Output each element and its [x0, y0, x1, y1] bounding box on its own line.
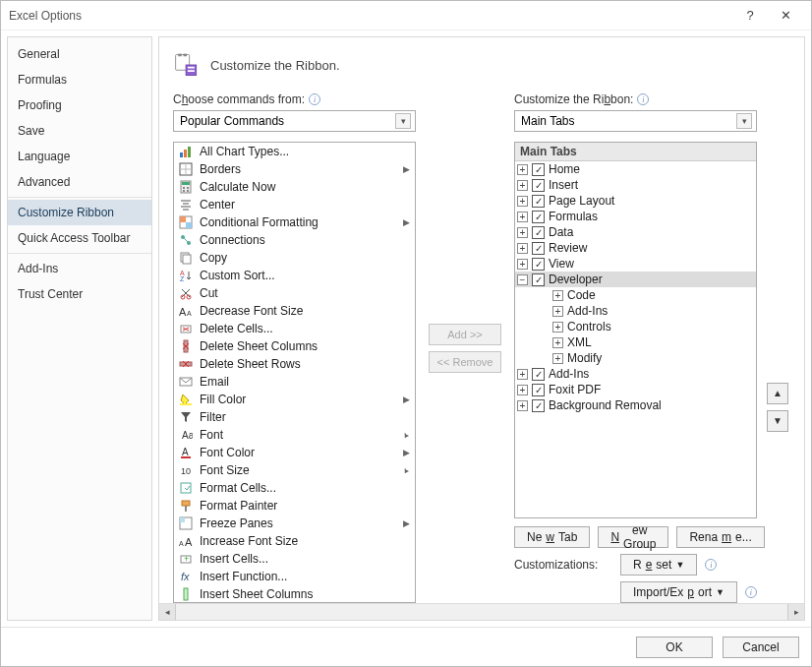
command-item[interactable]: AAIncrease Font Size	[174, 532, 415, 550]
checkbox[interactable]: ✓	[532, 368, 545, 381]
info-icon[interactable]: i	[637, 93, 649, 105]
tree-item[interactable]: +Code	[515, 287, 756, 303]
nav-quick-access-toolbar[interactable]: Quick Access Toolbar	[8, 225, 151, 251]
tree-item[interactable]: +✓Review	[515, 240, 756, 256]
collapse-icon[interactable]: −	[517, 274, 528, 285]
command-item[interactable]: fxInsert Function...	[174, 568, 415, 585]
add-button[interactable]: Add >>	[429, 324, 501, 345]
command-item[interactable]: AFont Color▶	[174, 444, 415, 461]
choose-commands-dropdown[interactable]: Popular Commands ▾	[173, 110, 416, 132]
nav-save[interactable]: Save	[8, 118, 151, 144]
scroll-right-icon[interactable]: ▸	[787, 604, 804, 621]
ribbon-tabs-tree[interactable]: Main Tabs +✓Home+✓Insert+✓Page Layout+✓F…	[514, 142, 757, 518]
move-up-button[interactable]: ▲	[767, 383, 788, 404]
tree-item[interactable]: +✓Add-Ins	[515, 366, 756, 382]
command-item[interactable]: Copy	[174, 249, 415, 267]
tree-item[interactable]: +Modify	[515, 350, 756, 366]
close-button[interactable]: ✕	[768, 8, 803, 23]
checkbox[interactable]: ✓	[532, 195, 545, 208]
new-tab-button[interactable]: New Tab	[514, 526, 590, 548]
command-item[interactable]: Cut	[174, 284, 415, 302]
move-down-button[interactable]: ▼	[767, 410, 788, 432]
tree-item[interactable]: +✓Background Removal	[515, 397, 756, 413]
command-item[interactable]: Insert Sheet Columns	[174, 585, 415, 603]
command-item[interactable]: Format Cells...	[174, 479, 415, 497]
tree-item[interactable]: +✓Formulas	[515, 209, 756, 224]
help-button[interactable]: ?	[732, 8, 768, 23]
command-item[interactable]: 10Font SizeI▸	[174, 461, 415, 479]
info-icon[interactable]: i	[309, 93, 320, 105]
new-group-button[interactable]: New Group	[598, 526, 668, 548]
expand-icon[interactable]: +	[552, 337, 563, 348]
expand-icon[interactable]: +	[517, 180, 528, 191]
expand-icon[interactable]: +	[517, 196, 528, 207]
tree-item[interactable]: +✓Home	[515, 161, 756, 177]
nav-add-ins[interactable]: Add-Ins	[8, 256, 151, 281]
command-item[interactable]: Delete Sheet Columns	[174, 337, 415, 355]
tree-item[interactable]: +✓Page Layout	[515, 193, 756, 209]
rename-button[interactable]: Rename...	[676, 526, 764, 548]
command-item[interactable]: AaFontI▸	[174, 426, 415, 444]
command-item[interactable]: Email	[174, 373, 415, 391]
horizontal-scrollbar[interactable]: ◂ ▸	[159, 603, 804, 620]
checkbox[interactable]: ✓	[532, 399, 545, 412]
nav-language[interactable]: Language	[8, 144, 151, 169]
ok-button[interactable]: OK	[636, 637, 713, 658]
tree-item[interactable]: −✓Developer	[515, 272, 756, 287]
command-item[interactable]: Delete Cells...	[174, 320, 415, 337]
expand-icon[interactable]: +	[517, 369, 528, 380]
checkbox[interactable]: ✓	[532, 226, 545, 239]
nav-customize-ribbon[interactable]: Customize Ribbon	[8, 200, 151, 225]
reset-button[interactable]: Reset▼	[620, 554, 697, 576]
import-export-button[interactable]: Import/Export▼	[620, 581, 737, 603]
command-item[interactable]: Filter	[174, 408, 415, 426]
info-icon[interactable]: i	[705, 559, 717, 571]
expand-icon[interactable]: +	[517, 164, 528, 175]
expand-icon[interactable]: +	[517, 385, 528, 395]
tree-item[interactable]: +✓View	[515, 256, 756, 272]
checkbox[interactable]: ✓	[532, 179, 545, 192]
nav-trust-center[interactable]: Trust Center	[8, 281, 151, 307]
tree-item[interactable]: +XML	[515, 334, 756, 350]
expand-icon[interactable]: +	[517, 400, 528, 411]
tree-item[interactable]: +✓Data	[515, 224, 756, 240]
remove-button[interactable]: << Remove	[429, 351, 501, 373]
command-item[interactable]: Calculate Now	[174, 178, 415, 196]
command-item[interactable]: Conditional Formatting▶	[174, 213, 415, 231]
command-item[interactable]: AADecrease Font Size	[174, 302, 415, 320]
expand-icon[interactable]: +	[552, 306, 563, 317]
commands-listbox[interactable]: All Chart Types...Borders▶Calculate NowC…	[173, 142, 416, 603]
nav-advanced[interactable]: Advanced	[8, 169, 151, 195]
command-item[interactable]: Delete Sheet Rows	[174, 355, 415, 373]
expand-icon[interactable]: +	[552, 290, 563, 301]
expand-icon[interactable]: +	[517, 212, 528, 222]
checkbox[interactable]: ✓	[532, 258, 545, 271]
tree-item[interactable]: +Controls	[515, 319, 756, 334]
nav-proofing[interactable]: Proofing	[8, 92, 151, 118]
checkbox[interactable]: ✓	[532, 242, 545, 255]
expand-icon[interactable]: +	[517, 243, 528, 254]
command-item[interactable]: All Chart Types...	[174, 143, 415, 160]
checkbox[interactable]: ✓	[532, 384, 545, 396]
customize-ribbon-dropdown[interactable]: Main Tabs ▾	[514, 110, 757, 132]
tree-item[interactable]: +Add-Ins	[515, 303, 756, 319]
expand-icon[interactable]: +	[552, 322, 563, 333]
checkbox[interactable]: ✓	[532, 273, 545, 286]
scroll-left-icon[interactable]: ◂	[159, 604, 176, 621]
command-item[interactable]: Center	[174, 196, 415, 213]
expand-icon[interactable]: +	[517, 227, 528, 238]
command-item[interactable]: +Insert Cells...	[174, 550, 415, 568]
checkbox[interactable]: ✓	[532, 163, 545, 176]
command-item[interactable]: AZCustom Sort...	[174, 267, 415, 284]
nav-general[interactable]: General	[8, 41, 151, 67]
checkbox[interactable]: ✓	[532, 211, 545, 223]
command-item[interactable]: Format Painter	[174, 497, 415, 515]
info-icon[interactable]: i	[745, 586, 757, 598]
cancel-button[interactable]: Cancel	[723, 637, 799, 658]
expand-icon[interactable]: +	[552, 353, 563, 364]
command-item[interactable]: Fill Color▶	[174, 391, 415, 408]
tree-item[interactable]: +✓Insert	[515, 177, 756, 193]
command-item[interactable]: Connections	[174, 231, 415, 249]
command-item[interactable]: Freeze Panes▶	[174, 515, 415, 532]
expand-icon[interactable]: +	[517, 259, 528, 270]
